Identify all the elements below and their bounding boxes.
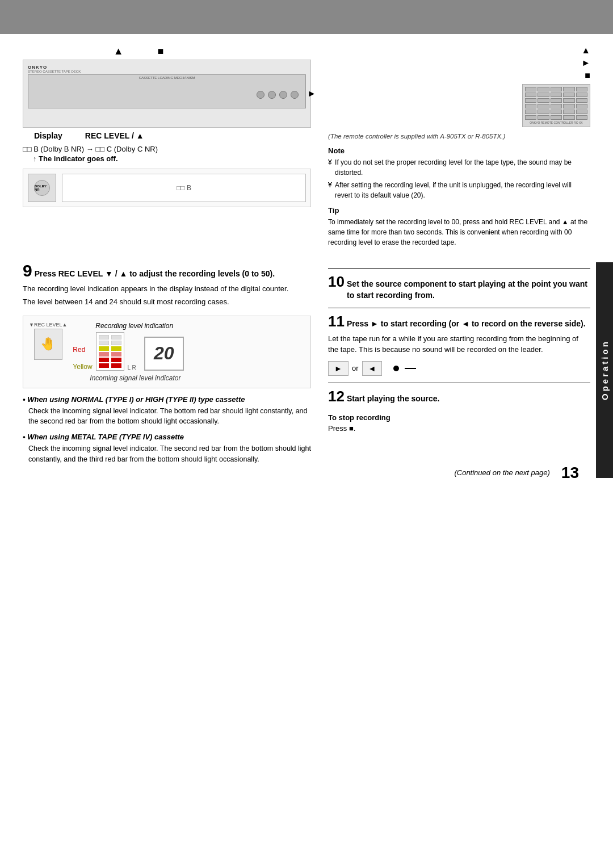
step11-number: 11 (328, 314, 345, 329)
note-box: Note ¥ If you do not set the proper reco… (328, 146, 590, 200)
display-value-box: 20 (144, 337, 184, 371)
tip-text: To immediately set the recording level t… (328, 217, 590, 248)
remote-controller-diagram: ONKYO REMOTE CONTROLLER RC-XX (522, 84, 590, 127)
dolby-line: □□ B (Dolby B NR) → □□ C (Dolby C NR) (23, 145, 311, 153)
remote-arrow-up: ▲ (581, 45, 590, 56)
lr-label: L R (128, 364, 136, 371)
level-diagram: ▼REC LEVEL▲ 🤚 Recording level indication… (23, 316, 311, 388)
bullet-text-1: Check the incoming signal level indicato… (28, 406, 311, 427)
play-button-icon: ► (328, 361, 349, 376)
remote-caption: (The remote controller is supplied with … (328, 132, 590, 141)
step9-section: 9 Press REC LEVEL ▼ / ▲ to adjust the re… (23, 262, 311, 308)
arrow-up-icon: ▲ (114, 45, 124, 57)
stop-recording-label: To stop recording (328, 413, 590, 422)
brand-label: ONKYO (28, 65, 306, 70)
incoming-signal-label: Incoming signal level indicator (90, 374, 180, 382)
remote-arrow-right: ► (581, 58, 590, 68)
rec-level-arrows-label: ▼REC LEVEL▲ (29, 322, 67, 328)
continued-text: (Continued on the next page) (454, 468, 549, 477)
page-number: 13 (561, 464, 579, 482)
yellow-label: Yellow (73, 363, 92, 371)
note-item-2: ¥ After setting the recording level, if … (328, 180, 590, 200)
controls-illustration: ► or ◄ (328, 361, 590, 376)
tip-title: Tip (328, 206, 590, 215)
step9-body-2: The level between 14 and 24 should suit … (23, 296, 311, 308)
bullet-section-1: • When using NORMAL (TYPE I) or HIGH (TY… (23, 395, 311, 427)
step9-heading: Press REC LEVEL ▼ / ▲ to adjust the reco… (35, 269, 275, 280)
step12-number: 12 (328, 389, 345, 404)
bullet-title-1: • When using NORMAL (TYPE I) or HIGH (TY… (23, 395, 311, 404)
device-diagram: ONKYO STEREO CASSETTE TAPE DECK CASSETTE… (23, 60, 311, 128)
reverse-button-icon: ◄ (362, 361, 383, 376)
cassette-label: CASSETTE LOADING MECHANISM (139, 76, 195, 79)
note-item-1: ¥ If you do not set the proper recording… (328, 157, 590, 178)
operation-sidebar: Operation (596, 262, 613, 478)
bullet-title-2: • When using METAL TAPE (TYPE IV) casset… (23, 433, 311, 441)
stop-icon-top: ■ (158, 45, 164, 57)
level-bar-meter (96, 332, 124, 371)
step9-body-1: The recording level indication appears i… (23, 283, 311, 295)
device-subtitle: STEREO CASSETTE TAPE DECK (28, 70, 306, 73)
remote-stop: ■ (585, 70, 590, 81)
step11-body: Let the tape run for a while if you are … (328, 333, 590, 355)
step11-heading: Press ► to start recording (or ◄ to reco… (347, 318, 586, 330)
dolby-button-illustration: DOLBY NR (28, 174, 56, 202)
page-footer: (Continued on the next page) 13 (454, 464, 579, 482)
dolby-display-box: □□ B (62, 174, 306, 202)
tip-box: Tip To immediately set the recording lev… (328, 206, 590, 248)
step10-number: 10 (328, 274, 345, 289)
step12-heading: Start playing the source. (347, 393, 439, 405)
note-title: Note (328, 146, 590, 155)
indicator-line: ↑ The indicator goes off. (33, 154, 311, 163)
bullet-section-2: • When using METAL TAPE (TYPE IV) casset… (23, 433, 311, 465)
step10-heading: Set the source component to start playin… (347, 279, 590, 301)
step10-section: 10 Set the source component to start pla… (328, 268, 590, 301)
hand-press-icon: 🤚 (34, 329, 62, 360)
stop-recording-instruction: Press ■. (328, 424, 590, 433)
step11-section: 11 Press ► to start recording (or ◄ to r… (328, 308, 590, 376)
step9-number: 9 (23, 262, 32, 279)
step12-section: 12 Start playing the source. (328, 383, 590, 405)
rec-level-label: REC LEVEL / ▲ (85, 131, 144, 140)
recording-dot (393, 366, 399, 371)
recording-dash (405, 368, 416, 369)
top-bar (0, 0, 613, 34)
stop-recording-section: To stop recording Press ■. (328, 413, 590, 433)
display-label: Display (34, 131, 62, 140)
arrow-right-icon: ► (307, 89, 316, 99)
bullet-text-2: Check the incoming signal level indicato… (28, 443, 311, 465)
red-label: Red (73, 346, 92, 354)
recording-level-label: Recording level indication (95, 322, 173, 330)
